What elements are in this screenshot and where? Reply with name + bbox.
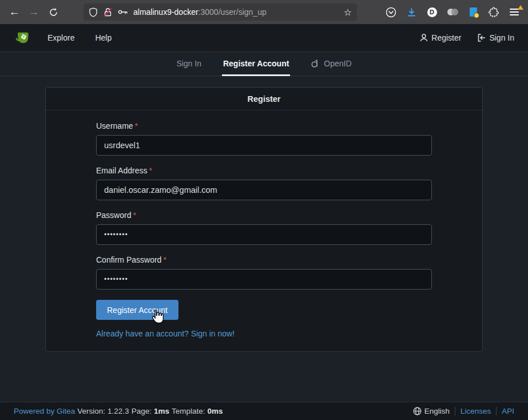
email-field-group: Email Address* — [96, 166, 432, 200]
download-icon — [407, 7, 416, 17]
template-time-label: Template: — [172, 407, 205, 415]
auth-tab-strip: Sign In Register Account OpenID — [0, 52, 528, 76]
downloads-button[interactable] — [401, 3, 422, 21]
nav-explore[interactable]: Explore — [47, 33, 74, 42]
nav-register[interactable]: Register — [419, 33, 461, 42]
required-mark: * — [135, 121, 138, 130]
tab-register-account[interactable]: Register Account — [222, 52, 290, 76]
browser-toolbar: ← → almalinux9-docker:3000/user/sign_up … — [0, 0, 528, 24]
api-link[interactable]: API — [502, 407, 514, 415]
page-time-value: 1ms — [154, 407, 169, 415]
username-label: Username* — [96, 121, 432, 130]
password-label: Password* — [96, 211, 432, 220]
forward-button[interactable]: → — [24, 3, 43, 21]
password-field-group: Password* — [96, 211, 432, 245]
tab-sign-in[interactable]: Sign In — [175, 52, 203, 76]
globe-icon — [413, 407, 422, 415]
reload-icon — [49, 7, 58, 17]
footer-divider — [496, 407, 497, 415]
extensions-button[interactable] — [483, 3, 504, 21]
confirm-password-label: Confirm Password* — [96, 255, 432, 264]
email-label: Email Address* — [96, 166, 432, 175]
update-badge-icon — [518, 5, 523, 10]
extension-toolbar: D — [380, 3, 525, 21]
footer: Powered by Gitea Version: 1.22.3 Page: 1… — [0, 402, 528, 420]
bookmark-star-icon[interactable]: ☆ — [344, 7, 352, 18]
register-card: Register Username* Email Address* Passwo… — [45, 87, 483, 352]
person-icon — [419, 33, 428, 42]
email-input[interactable] — [96, 180, 432, 200]
required-mark: * — [149, 166, 152, 175]
template-time-value: 0ms — [207, 407, 223, 415]
extension-d-icon: D — [427, 7, 437, 17]
extension-document-button[interactable] — [463, 3, 483, 21]
gitea-cup-icon — [14, 29, 31, 47]
confirm-password-input[interactable] — [96, 269, 432, 290]
page-time-label: Page: — [132, 407, 152, 415]
language-selector[interactable]: English — [413, 407, 450, 415]
extension-circles-button[interactable] — [442, 3, 463, 21]
circles-icon — [447, 8, 458, 16]
shield-permissions-icon[interactable] — [89, 7, 98, 17]
version-label: Version: — [77, 407, 105, 415]
url-bar[interactable]: almalinux9-docker:3000/user/sign_up ☆ — [84, 3, 357, 21]
register-form: Username* Email Address* Password* Confi… — [46, 110, 482, 351]
username-input[interactable] — [96, 135, 432, 156]
document-clock-icon — [470, 7, 477, 17]
key-passwords-icon[interactable] — [118, 8, 128, 16]
username-field-group: Username* — [96, 121, 432, 156]
nav-help[interactable]: Help — [95, 33, 112, 42]
url-path: :3000/user/sign_up — [199, 7, 267, 17]
gitea-logo[interactable] — [14, 29, 31, 47]
card-title: Register — [46, 88, 482, 110]
register-account-button[interactable]: Register Account — [96, 300, 178, 320]
licenses-link[interactable]: Licenses — [460, 407, 491, 415]
sign-in-now-link[interactable]: Already have an account? Sign in now! — [96, 329, 235, 338]
version-value: 1.22.3 — [108, 407, 129, 415]
url-text[interactable]: almalinux9-docker:3000/user/sign_up — [133, 7, 339, 17]
reload-button[interactable] — [43, 3, 63, 21]
back-button[interactable]: ← — [5, 3, 24, 21]
extension-d-button[interactable]: D — [422, 3, 442, 21]
pocket-icon — [386, 7, 396, 18]
tab-openid[interactable]: OpenID — [309, 52, 352, 76]
sign-in-icon — [477, 33, 486, 42]
url-host: almalinux9-docker — [133, 7, 199, 17]
powered-by-gitea-link[interactable]: Powered by Gitea — [14, 407, 75, 415]
confirm-password-field-group: Confirm Password* — [96, 255, 432, 290]
footer-divider — [455, 407, 455, 415]
openid-icon — [311, 58, 320, 68]
required-mark: * — [133, 211, 136, 220]
insecure-lock-icon[interactable] — [103, 7, 113, 17]
puzzle-icon — [489, 7, 499, 17]
menu-button[interactable] — [504, 3, 525, 21]
gitea-navbar: Explore Help Register Sign In — [0, 24, 528, 52]
password-input[interactable] — [96, 224, 432, 245]
pocket-button[interactable] — [380, 3, 401, 21]
nav-sign-in[interactable]: Sign In — [477, 33, 514, 42]
required-mark: * — [163, 255, 166, 264]
